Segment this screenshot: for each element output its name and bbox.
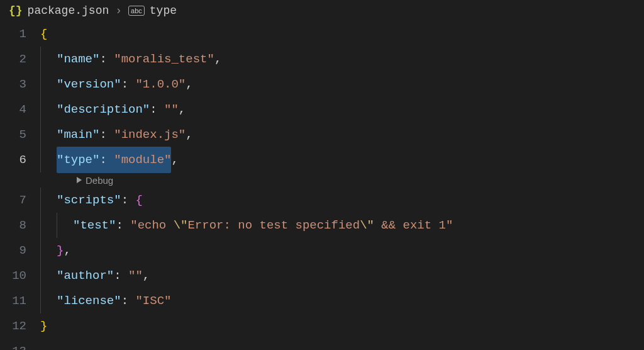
token-punc: :	[116, 213, 130, 238]
token-punc: ,	[214, 47, 221, 72]
line-number[interactable]: 2	[0, 47, 40, 72]
code-content[interactable]: }	[40, 313, 47, 339]
token-str: ""	[164, 97, 179, 122]
code-line[interactable]: 5"main": "index.js",	[0, 122, 644, 147]
token-str: "echo	[130, 213, 173, 238]
token-brace2: {	[135, 188, 142, 213]
token-punc: :	[121, 288, 136, 313]
line-number[interactable]: 10	[0, 263, 40, 288]
codelens-label: Debug	[86, 175, 113, 186]
breadcrumb-symbol[interactable]: type	[150, 4, 177, 17]
line-number[interactable]: 3	[0, 72, 40, 97]
code-line[interactable]: 6"type": "module",	[0, 147, 644, 172]
token-esc: \"	[174, 213, 188, 238]
line-number[interactable]: 5	[0, 122, 40, 147]
code-content[interactable]: "version": "1.0.0",	[40, 72, 193, 97]
token-str: "module"	[114, 153, 171, 167]
token-key: "name"	[57, 47, 99, 72]
line-number[interactable]: 7	[0, 188, 40, 213]
token-punc: ,	[179, 97, 186, 122]
code-line[interactable]: 9},	[0, 238, 644, 263]
code-line[interactable]: 2"name": "moralis_test",	[0, 47, 644, 72]
code-line[interactable]: 1{	[0, 21, 644, 47]
token-esc: \"	[360, 213, 374, 238]
code-line[interactable]: 4"description": "",	[0, 97, 644, 122]
code-content[interactable]: "test": "echo \"Error: no test specified…	[40, 213, 453, 238]
json-file-icon: {}	[9, 4, 23, 17]
code-line[interactable]: 12}	[0, 313, 644, 339]
token-key: "version"	[57, 72, 121, 97]
token-punc: :	[150, 97, 164, 122]
token-key: "type"	[57, 153, 99, 167]
code-line[interactable]: 11"license": "ISC"	[0, 288, 644, 313]
token-brace: }	[40, 313, 47, 339]
token-punc: :	[121, 72, 136, 97]
code-editor[interactable]: 1{2"name": "moralis_test",3"version": "1…	[0, 21, 644, 350]
line-number[interactable]: 8	[0, 213, 40, 238]
code-content[interactable]: "type": "module",	[40, 147, 179, 173]
token-punc: ,	[186, 72, 192, 97]
token-str: "moralis_test"	[114, 47, 214, 72]
token-brace2: }	[57, 238, 64, 263]
token-str: "1.0.0"	[135, 72, 186, 97]
code-content[interactable]: "license": "ISC"	[40, 288, 171, 313]
line-number[interactable]: 6	[0, 147, 40, 172]
token-punc: :	[99, 122, 114, 147]
token-key: "main"	[57, 122, 99, 147]
token-brace: {	[40, 21, 47, 47]
token-punc: :	[99, 153, 114, 167]
breadcrumb[interactable]: {} package.json › abc type	[0, 0, 644, 21]
code-line[interactable]: 3"version": "1.0.0",	[0, 72, 644, 97]
token-str: "index.js"	[114, 122, 186, 147]
line-number[interactable]: 12	[0, 313, 40, 339]
token-str: "ISC"	[135, 288, 171, 313]
line-number[interactable]: 1	[0, 21, 40, 47]
line-number[interactable]: 9	[0, 238, 40, 263]
breadcrumb-filename[interactable]: package.json	[28, 4, 109, 17]
token-str: ""	[128, 263, 143, 288]
code-line[interactable]: 7"scripts": {	[0, 188, 644, 213]
token-punc: ,	[64, 238, 70, 263]
token-punc: ,	[171, 147, 178, 172]
chevron-right-icon: ›	[115, 4, 122, 17]
code-content[interactable]: "main": "index.js",	[40, 122, 193, 147]
selection-highlight: "type": "module"	[57, 147, 171, 173]
token-punc: ,	[143, 263, 150, 288]
token-punc: :	[99, 47, 114, 72]
token-str: Error: no test specified	[187, 213, 360, 238]
token-key: "test"	[73, 213, 116, 238]
code-content[interactable]: "author": "",	[40, 263, 150, 288]
line-number[interactable]: 11	[0, 288, 40, 313]
line-number[interactable]: 13	[0, 339, 40, 350]
token-key: "description"	[57, 97, 150, 122]
token-punc: :	[121, 188, 136, 213]
token-punc: ,	[186, 122, 192, 147]
code-line[interactable]: 13	[0, 339, 644, 350]
string-symbol-icon: abc	[128, 6, 145, 16]
token-key: "scripts"	[57, 188, 121, 213]
code-content[interactable]: },	[40, 238, 71, 263]
play-icon	[77, 177, 82, 183]
code-line[interactable]: 8"test": "echo \"Error: no test specifie…	[0, 213, 644, 238]
token-key: "author"	[57, 263, 114, 288]
token-punc: :	[114, 263, 128, 288]
code-content[interactable]: "scripts": {	[40, 188, 143, 213]
code-content[interactable]: "name": "moralis_test",	[40, 47, 221, 72]
code-content[interactable]: {	[40, 21, 47, 47]
token-str: && exit 1"	[374, 213, 453, 238]
code-line[interactable]: 10"author": "",	[0, 263, 644, 288]
line-number[interactable]: 4	[0, 97, 40, 122]
code-content[interactable]: "description": "",	[40, 97, 186, 122]
token-key: "license"	[57, 288, 121, 313]
codelens-debug[interactable]: Debug	[77, 175, 113, 186]
